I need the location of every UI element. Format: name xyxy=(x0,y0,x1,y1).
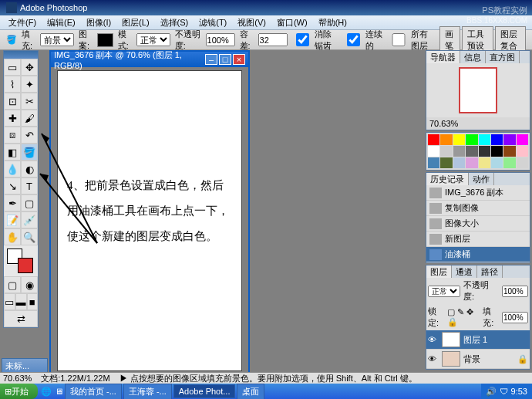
notes-tool[interactable]: 📝 xyxy=(4,211,21,228)
tab-info[interactable]: 信息 xyxy=(460,51,486,63)
stamp-tool[interactable]: ⧇ xyxy=(4,127,21,144)
swatch[interactable] xyxy=(428,157,439,168)
imageready-jump[interactable]: ⇄ xyxy=(4,310,38,327)
swatch[interactable] xyxy=(503,157,515,168)
swatch[interactable] xyxy=(503,146,515,157)
blend-mode-select[interactable]: 正常 xyxy=(428,286,460,297)
type-tool[interactable]: T xyxy=(21,178,38,194)
shape-tool[interactable]: ▢ xyxy=(21,194,38,211)
menu-edit[interactable]: 编辑(E) xyxy=(42,15,81,30)
swatch[interactable] xyxy=(428,134,439,145)
quick-launch-desktop-icon[interactable]: 🖥 xyxy=(55,387,63,396)
swatch[interactable] xyxy=(479,146,490,157)
crop-tool[interactable]: ⊡ xyxy=(4,93,21,110)
status-zoom[interactable]: 70.63% xyxy=(3,374,32,383)
history-item[interactable]: 图像大小 xyxy=(426,216,530,232)
start-button[interactable]: ⊞ 开始 xyxy=(0,384,38,399)
layer-opacity-input[interactable] xyxy=(502,286,528,297)
swatch[interactable] xyxy=(453,134,465,145)
maximize-icon[interactable]: □ xyxy=(219,54,231,65)
toolbox-header[interactable] xyxy=(4,51,38,59)
tray-icon[interactable]: 🛡 xyxy=(500,387,508,396)
swatch[interactable] xyxy=(479,134,490,145)
history-item[interactable]: 新图层 xyxy=(426,232,530,247)
blur-tool[interactable]: 💧 xyxy=(4,161,21,178)
mode-select[interactable]: 正常 xyxy=(136,33,170,46)
swatch[interactable] xyxy=(517,157,528,168)
screen-full-menu[interactable]: ▬ xyxy=(15,293,27,310)
eraser-tool[interactable]: ◧ xyxy=(4,144,21,161)
task-item[interactable]: Adobe Phot... xyxy=(173,384,236,398)
move-tool[interactable]: ✥ xyxy=(21,59,38,76)
tab-layers[interactable]: 图层 xyxy=(426,265,452,278)
task-item[interactable]: 王海蓉 -... xyxy=(123,384,172,400)
swatch[interactable] xyxy=(491,157,503,168)
lasso-tool[interactable]: ⌇ xyxy=(4,76,21,93)
brush-tool[interactable]: 🖌 xyxy=(21,110,38,127)
task-item[interactable]: 我的首页 -... xyxy=(65,384,122,400)
visibility-icon[interactable]: 👁 xyxy=(428,354,439,363)
history-brush-tool[interactable]: ↶ xyxy=(21,127,38,144)
navigator-thumb-area[interactable] xyxy=(426,63,530,117)
pattern-swatch[interactable] xyxy=(97,33,113,47)
heal-tool[interactable]: ✚ xyxy=(4,110,21,127)
swatch[interactable] xyxy=(440,134,452,145)
tab-navigator[interactable]: 导航器 xyxy=(426,51,460,63)
tab-histogram[interactable]: 直方图 xyxy=(486,51,520,63)
swatch[interactable] xyxy=(453,157,465,168)
canvas[interactable]: 4、把前景色设置成白色，然后用油漆桶工具在画布上点一下，使这个新建的图层变成白色… xyxy=(57,70,242,371)
swatch[interactable] xyxy=(453,146,465,157)
contiguous-check[interactable]: 连续的 xyxy=(343,29,383,52)
path-tool[interactable]: ↘ xyxy=(4,178,21,194)
quickmask-on[interactable]: ◉ xyxy=(21,276,38,293)
fill-select[interactable]: 前景 xyxy=(40,33,74,46)
swatch[interactable] xyxy=(466,134,477,145)
tab-actions[interactable]: 动作 xyxy=(469,173,494,185)
opacity-input[interactable] xyxy=(206,33,235,46)
tab-channels[interactable]: 通道 xyxy=(452,265,477,278)
swatch[interactable] xyxy=(491,134,503,145)
minimized-window[interactable]: 未标... xyxy=(2,358,48,374)
slice-tool[interactable]: ✂ xyxy=(21,93,38,110)
antialias-check[interactable]: 消除锯齿 xyxy=(292,29,338,52)
background-color[interactable] xyxy=(18,258,33,273)
swatch[interactable] xyxy=(466,157,477,168)
tab-paths[interactable]: 路径 xyxy=(477,265,503,278)
quickmask-off[interactable]: ▢ xyxy=(4,276,21,293)
screen-full[interactable]: ■ xyxy=(27,293,39,310)
layer-fill-input[interactable] xyxy=(502,312,528,323)
zoom-tool[interactable]: 🔍 xyxy=(21,228,38,245)
document-title-bar[interactable]: IMG_3676 副本 @ 70.6% (图层 1, RGB/8) – □ × xyxy=(51,52,248,67)
swatch[interactable] xyxy=(517,134,528,145)
system-tray[interactable]: 🔊 🛡 9:53 xyxy=(481,384,532,399)
eyedropper-tool[interactable]: 💉 xyxy=(21,211,38,228)
screen-standard[interactable]: ▭ xyxy=(4,293,15,310)
swatch[interactable] xyxy=(466,146,477,157)
color-picker[interactable] xyxy=(4,245,38,276)
swatch[interactable] xyxy=(479,157,490,168)
history-item[interactable]: 油漆桶 xyxy=(426,247,530,262)
marquee-tool[interactable]: ▭ xyxy=(4,59,21,76)
history-item[interactable]: 复制图像 xyxy=(426,201,530,216)
swatch[interactable] xyxy=(503,134,515,145)
tab-history[interactable]: 历史记录 xyxy=(426,173,469,185)
swatch[interactable] xyxy=(491,146,503,157)
swatch[interactable] xyxy=(428,146,439,157)
all-layers-check[interactable]: 所有图层 xyxy=(388,29,434,52)
dodge-tool[interactable]: ◐ xyxy=(21,161,38,178)
swatch[interactable] xyxy=(440,146,452,157)
minimize-icon[interactable]: – xyxy=(205,54,217,65)
swatch[interactable] xyxy=(440,157,452,168)
quick-launch-ie-icon[interactable]: 🌐 xyxy=(41,387,52,397)
pen-tool[interactable]: ✒ xyxy=(4,194,21,211)
navigator-zoom[interactable]: 70.63% xyxy=(429,119,458,128)
hand-tool[interactable]: ✋ xyxy=(4,228,21,245)
task-item[interactable]: 桌面 xyxy=(237,384,264,400)
paint-bucket-tool[interactable]: 🪣 xyxy=(21,144,38,161)
tolerance-input[interactable] xyxy=(258,33,288,46)
tray-icon[interactable]: 🔊 xyxy=(486,387,497,397)
history-snapshot[interactable]: IMG_3676 副本 xyxy=(426,185,530,201)
close-icon[interactable]: × xyxy=(233,54,245,65)
visibility-icon[interactable]: 👁 xyxy=(428,335,439,344)
swatch[interactable] xyxy=(517,146,528,157)
